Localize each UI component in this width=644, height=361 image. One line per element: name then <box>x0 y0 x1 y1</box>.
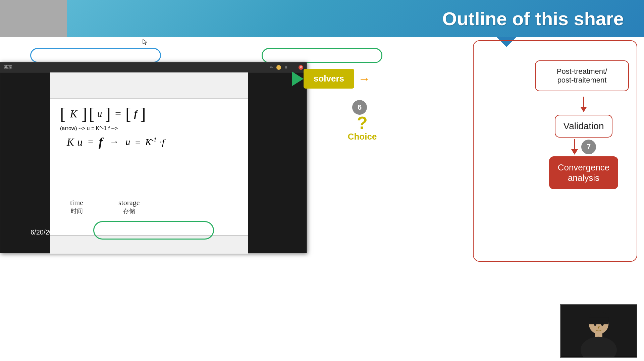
solvers-row: solvers → <box>292 69 374 89</box>
math-equation-3: u = K-1 ·f <box>125 136 164 147</box>
webcam-person <box>561 305 637 357</box>
post-treatment-text: Post-treatment/post-traitement <box>557 67 607 84</box>
arrow-down-1 <box>580 97 587 112</box>
svg-rect-6 <box>589 318 609 324</box>
settings-button[interactable]: ≡ <box>284 65 288 70</box>
circle-7: 7 <box>581 140 596 154</box>
solvers-box: solvers <box>304 69 354 89</box>
f-vector: f <box>134 108 137 119</box>
app-window: 幕享 ✏ ≡ — ✕ [ K ] [ u ] = [ <box>0 62 307 253</box>
storage-chinese: 存储 <box>118 207 140 215</box>
validation-box: Validation <box>555 115 613 138</box>
arrow-line-2 <box>574 139 575 149</box>
bracket-f-left: [ <box>125 105 131 122</box>
top-green-outline <box>262 48 382 63</box>
arrow-head-2 <box>571 149 578 155</box>
wb-top-strip <box>50 72 248 99</box>
k-symbol: K <box>67 136 74 148</box>
post-treatment-wrap: Post-treatment/post-traitement <box>535 60 629 91</box>
svg-point-7 <box>594 322 596 326</box>
u-vector: u <box>97 108 102 119</box>
time-chinese: 时间 <box>70 207 83 215</box>
equals-3: = <box>135 137 141 147</box>
wb-content: [ K ] [ u ] = [ f ] (arrow) --> u = K^-1… <box>50 99 248 235</box>
math-content: [ K ] [ u ] = [ f ] (arrow) --> u = K^-1… <box>60 105 241 228</box>
bracket-u-right: ] <box>105 105 111 122</box>
webcam-box <box>560 304 637 358</box>
app-label: 幕享 <box>4 64 12 70</box>
pen-button[interactable]: ✏ <box>269 65 274 70</box>
orange-arrow-icon: → <box>358 72 370 86</box>
convergence-text: Convergenceanalysis <box>558 162 610 183</box>
storage-text: storage <box>118 198 140 207</box>
title-area: Outline of this share <box>67 0 644 37</box>
date-label: 6/20/2020 <box>31 228 60 236</box>
choice-question-mark: ? <box>342 114 382 132</box>
math-equation-1: [ K ] [ u ] = [ f ] <box>60 105 241 122</box>
person-svg <box>561 304 637 357</box>
f-bold: f <box>99 135 103 149</box>
green-arrow-icon <box>292 71 304 86</box>
top-left-decoration <box>0 0 67 37</box>
svg-point-8 <box>601 322 604 326</box>
vert-flow: Validation 7 Convergenceanalysis <box>540 94 627 189</box>
bracket-left: [ <box>60 105 66 122</box>
time-label: time 时间 <box>70 198 83 215</box>
circle-6: 6 <box>352 100 367 115</box>
bottom-green-outline <box>93 221 214 240</box>
time-text: time <box>70 198 83 207</box>
equals-1: = <box>115 108 121 120</box>
circle7-row: 7 <box>571 139 596 155</box>
arrow-line-1 <box>583 97 584 107</box>
k-matrix: K <box>70 108 77 120</box>
u-symbol: u <box>77 136 83 148</box>
arrow-down-2 <box>571 139 578 155</box>
slide-title: Outline of this share <box>442 8 624 30</box>
right-arrow: → <box>109 137 119 147</box>
top-blue-outline <box>30 48 161 63</box>
math-equation-2: K u = f <box>67 135 103 149</box>
u-symbol-2: u <box>125 137 130 147</box>
bracket-f-right: ] <box>140 105 146 122</box>
equals-2: = <box>88 137 93 147</box>
record-button[interactable] <box>276 65 281 70</box>
choice-label: Choice <box>342 132 382 142</box>
dot-f: ·f <box>160 137 165 147</box>
bracket-right: ] <box>82 105 87 122</box>
window-titlebar: 幕享 ✏ ≡ — ✕ <box>0 62 307 72</box>
convergence-box: Convergenceanalysis <box>549 156 619 189</box>
arrow-head-1 <box>580 107 587 112</box>
storage-label: storage 存储 <box>118 198 140 215</box>
handwritten-labels: time 时间 storage 存储 <box>70 198 140 215</box>
k-inv: K-1 <box>145 137 157 147</box>
bracket-u-left: [ <box>89 105 95 122</box>
post-treatment-box: Post-treatment/post-traitement <box>535 60 629 91</box>
choice-section: ? Choice <box>342 114 382 142</box>
math-equation-2-row: K u = f → u = K-1 ·f <box>67 135 241 149</box>
